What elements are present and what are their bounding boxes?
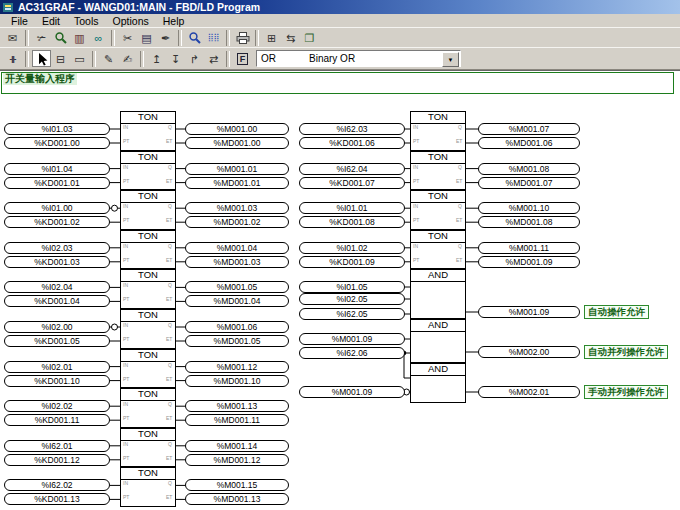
menu-file[interactable]: File xyxy=(4,15,35,27)
input-variable-capsule[interactable]: %I02.03 xyxy=(4,242,110,254)
input-variable-capsule[interactable]: %KD001.10 xyxy=(4,375,110,387)
output-variable-capsule[interactable]: %M001.13 xyxy=(185,400,289,412)
io-display-icon[interactable]: -||- xyxy=(3,51,22,67)
connect-top-icon[interactable]: ↥ xyxy=(147,51,166,67)
ton-block[interactable]: TONINPTQET xyxy=(410,190,466,230)
ton-block[interactable]: TONINPTQET xyxy=(120,467,176,507)
input-variable-capsule[interactable]: %I01.03 xyxy=(4,123,110,135)
and-block[interactable]: AND xyxy=(410,319,466,363)
output-variable-capsule[interactable]: %M001.06 xyxy=(185,321,289,333)
input-variable-capsule[interactable]: %I01.02 xyxy=(299,242,405,254)
output-variable-capsule[interactable]: %MD001.07 xyxy=(478,177,580,189)
input-variable-capsule[interactable]: %M001.09 xyxy=(299,386,405,398)
output-variable-capsule[interactable]: %MD001.05 xyxy=(185,335,289,347)
connect-branch-icon[interactable]: ↱ xyxy=(185,51,204,67)
output-variable-capsule[interactable]: %MD001.03 xyxy=(185,256,289,268)
window-switch-icon[interactable]: ❐ xyxy=(300,30,319,46)
output-variable-capsule[interactable]: %M001.10 xyxy=(478,202,580,214)
output-variable-capsule[interactable]: %M001.14 xyxy=(185,440,289,452)
ton-block[interactable]: TONINPTQET xyxy=(120,388,176,428)
input-variable-capsule[interactable]: %KD001.05 xyxy=(4,335,110,347)
input-variable-capsule[interactable]: %I62.04 xyxy=(299,163,405,175)
output-variable-capsule[interactable]: %MD001.09 xyxy=(478,256,580,268)
program-comment-box[interactable]: 开关量输入程序 xyxy=(1,72,674,94)
and-block[interactable]: AND xyxy=(410,363,466,403)
input-variable-capsule[interactable]: %I01.04 xyxy=(4,163,110,175)
input-variable-capsule[interactable]: %KD001.07 xyxy=(299,177,405,189)
ton-block[interactable]: TONINPTQET xyxy=(120,269,176,309)
ton-block[interactable]: TONINPTQET xyxy=(410,111,466,151)
output-variable-capsule[interactable]: %MD001.11 xyxy=(185,414,289,426)
output-variable-capsule[interactable]: %MD001.13 xyxy=(185,493,289,505)
output-variable-capsule[interactable]: %M001.11 xyxy=(478,242,580,254)
output-variable-capsule[interactable]: %MD001.04 xyxy=(185,295,289,307)
page-setup-icon[interactable]: ⊞ xyxy=(262,30,281,46)
ton-block[interactable]: TONINPTQET xyxy=(120,230,176,270)
window-titlebar[interactable]: AC31GRAF - WANGD01:MAIN - FBD/LD Program xyxy=(0,0,680,14)
ton-block[interactable]: TONINPTQET xyxy=(120,190,176,230)
ton-block[interactable]: TONINPTQET xyxy=(410,151,466,191)
function-block-icon[interactable]: F xyxy=(233,51,252,67)
input-variable-capsule[interactable]: %I02.05 xyxy=(299,293,405,305)
output-variable-capsule[interactable]: %MD001.08 xyxy=(478,216,580,228)
menu-tools[interactable]: Tools xyxy=(67,15,106,27)
input-variable-capsule[interactable]: %I02.04 xyxy=(4,281,110,293)
input-variable-capsule[interactable]: %KD001.06 xyxy=(299,137,405,149)
output-comment-label[interactable]: 自动操作允许 xyxy=(584,305,649,319)
output-variable-capsule[interactable]: %MD001.02 xyxy=(185,216,289,228)
input-variable-capsule[interactable]: %M001.09 xyxy=(299,333,405,345)
output-comment-label[interactable]: 自动并列操作允许 xyxy=(584,345,668,359)
menu-help[interactable]: Help xyxy=(156,15,192,27)
cut-icon[interactable]: ✂ xyxy=(118,30,137,46)
variable-tool-icon[interactable]: ▭ xyxy=(70,51,89,67)
input-variable-capsule[interactable]: %KD001.00 xyxy=(4,137,110,149)
grid-icon[interactable]: ⣿⣿ xyxy=(204,30,223,46)
input-variable-capsule[interactable]: %KD001.12 xyxy=(4,454,110,466)
input-variable-capsule[interactable]: %I01.00 xyxy=(4,202,110,214)
input-variable-capsule[interactable]: %I02.00 xyxy=(4,321,110,333)
fbd-canvas[interactable]: 开关量输入程序 TONINPTQET%I01.03%KD001.00%M001.… xyxy=(0,70,680,510)
output-variable-capsule[interactable]: %MD001.10 xyxy=(185,375,289,387)
zoom-icon[interactable] xyxy=(185,30,204,46)
output-variable-capsule[interactable]: %MD001.12 xyxy=(185,454,289,466)
input-variable-capsule[interactable]: %KD001.01 xyxy=(4,177,110,189)
output-variable-capsule[interactable]: %M001.03 xyxy=(185,202,289,214)
function-select-combo[interactable]: ORBinary OR▼ xyxy=(256,50,461,67)
and-block[interactable]: AND xyxy=(410,269,466,319)
pen-icon[interactable]: ✎ xyxy=(99,51,118,67)
output-variable-capsule[interactable]: %M001.05 xyxy=(185,281,289,293)
output-variable-capsule[interactable]: %M001.08 xyxy=(478,163,580,175)
connect-horizontal-icon[interactable]: ⇄ xyxy=(204,51,223,67)
output-variable-capsule[interactable]: %M002.01 xyxy=(478,386,580,398)
input-variable-capsule[interactable]: %I62.05 xyxy=(299,308,405,320)
combo-dropdown-button[interactable]: ▼ xyxy=(442,52,459,67)
input-variable-capsule[interactable]: %KD001.09 xyxy=(299,256,405,268)
output-variable-capsule[interactable]: %M001.00 xyxy=(185,123,289,135)
input-variable-capsule[interactable]: %KD001.04 xyxy=(4,295,110,307)
ton-block[interactable]: TONINPTQET xyxy=(120,151,176,191)
output-variable-capsule[interactable]: %MD001.00 xyxy=(185,137,289,149)
input-variable-capsule[interactable]: %KD001.11 xyxy=(4,414,110,426)
input-variable-capsule[interactable]: %I62.02 xyxy=(4,479,110,491)
ton-block[interactable]: TONINPTQET xyxy=(410,230,466,270)
input-variable-capsule[interactable]: %KD001.02 xyxy=(4,216,110,228)
glasses-icon[interactable]: ∞ xyxy=(89,30,108,46)
menu-edit[interactable]: Edit xyxy=(35,15,67,27)
input-variable-capsule[interactable]: %I02.01 xyxy=(4,361,110,373)
output-variable-capsule[interactable]: %MD001.01 xyxy=(185,177,289,189)
open-project-icon[interactable]: ✉ xyxy=(3,30,22,46)
output-variable-capsule[interactable]: %M001.04 xyxy=(185,242,289,254)
output-variable-capsule[interactable]: %M001.12 xyxy=(185,361,289,373)
menu-options[interactable]: Options xyxy=(106,15,156,27)
input-variable-capsule[interactable]: %I02.02 xyxy=(4,400,110,412)
ton-block[interactable]: TONINPTQET xyxy=(120,428,176,468)
input-variable-capsule[interactable]: %KD001.13 xyxy=(4,493,110,505)
output-variable-capsule[interactable]: %MD001.06 xyxy=(478,137,580,149)
ton-block[interactable]: TONINPTQET xyxy=(120,111,176,151)
block-tool-icon[interactable]: ⊟ xyxy=(51,51,70,67)
input-variable-capsule[interactable]: %I01.01 xyxy=(299,202,405,214)
replace-icon[interactable]: ⇆ xyxy=(281,30,300,46)
input-variable-capsule[interactable]: %KD001.03 xyxy=(4,256,110,268)
input-variable-capsule[interactable]: %I62.01 xyxy=(4,440,110,452)
copy-icon[interactable]: ▤ xyxy=(137,30,156,46)
